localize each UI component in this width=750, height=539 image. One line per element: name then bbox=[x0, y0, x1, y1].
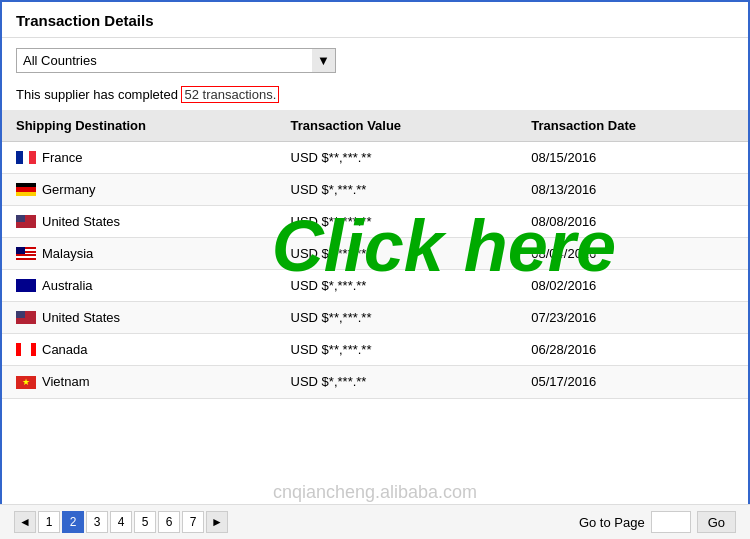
date-cell: 08/15/2016 bbox=[517, 142, 748, 174]
go-to-page-label: Go to Page bbox=[579, 515, 645, 530]
col-header-date: Transaction Date bbox=[517, 110, 748, 142]
date-cell: 06/28/2016 bbox=[517, 334, 748, 366]
country-name: United States bbox=[42, 214, 120, 229]
pagination-bar: ◄ 1 2 3 4 5 6 7 ► Go to Page Go bbox=[0, 504, 750, 539]
flag-canada-icon bbox=[16, 343, 36, 356]
destination-cell: Vietnam bbox=[2, 366, 277, 398]
value-cell: USD $**,***.** bbox=[277, 334, 518, 366]
transaction-count: 52 transactions. bbox=[181, 86, 279, 103]
table-row: VietnamUSD $*,***.**05/17/2016 bbox=[2, 366, 748, 398]
flag-us-icon bbox=[16, 215, 36, 228]
destination-cell: United States bbox=[2, 302, 277, 334]
table-row: FranceUSD $**,***.**08/15/2016 bbox=[2, 142, 748, 174]
date-cell: 08/13/2016 bbox=[517, 174, 748, 206]
table-row: United StatesUSD $**,***.**07/23/2016 bbox=[2, 302, 748, 334]
go-button[interactable]: Go bbox=[697, 511, 736, 533]
col-header-value: Transaction Value bbox=[277, 110, 518, 142]
page-1-button[interactable]: 1 bbox=[38, 511, 60, 533]
transaction-summary: This supplier has completed 52 transacti… bbox=[2, 83, 748, 110]
date-cell: 08/08/2016 bbox=[517, 206, 748, 238]
page-5-button[interactable]: 5 bbox=[134, 511, 156, 533]
flag-germany-icon bbox=[16, 183, 36, 196]
pagination-right: Go to Page Go bbox=[579, 511, 736, 533]
country-name: United States bbox=[42, 310, 120, 325]
destination-cell: United States bbox=[2, 206, 277, 238]
transactions-table: Shipping Destination Transaction Value T… bbox=[2, 110, 748, 399]
transactions-table-container: Click here Shipping Destination Transact… bbox=[2, 110, 748, 399]
flag-malaysia-icon bbox=[16, 247, 36, 260]
page-3-button[interactable]: 3 bbox=[86, 511, 108, 533]
value-cell: USD $*,***.** bbox=[277, 238, 518, 270]
country-select[interactable]: All CountriesFranceGermanyUnited StatesM… bbox=[16, 48, 336, 73]
destination-cell: Malaysia bbox=[2, 238, 277, 270]
table-row: MalaysiaUSD $*,***.**08/04/2016 bbox=[2, 238, 748, 270]
page-4-button[interactable]: 4 bbox=[110, 511, 132, 533]
value-cell: USD $*,***.** bbox=[277, 174, 518, 206]
date-cell: 08/04/2016 bbox=[517, 238, 748, 270]
destination-cell: Canada bbox=[2, 334, 277, 366]
country-name: Vietnam bbox=[42, 374, 89, 389]
date-cell: 08/02/2016 bbox=[517, 270, 748, 302]
value-cell: USD $**,***.** bbox=[277, 302, 518, 334]
table-row: CanadaUSD $**,***.**06/28/2016 bbox=[2, 334, 748, 366]
flag-us-icon bbox=[16, 311, 36, 324]
value-cell: USD $*,***.** bbox=[277, 270, 518, 302]
flag-vietnam-icon bbox=[16, 376, 36, 389]
value-cell: USD $**,***.** bbox=[277, 142, 518, 174]
table-row: United StatesUSD $**,***.**08/08/2016 bbox=[2, 206, 748, 238]
value-cell: USD $**,***.** bbox=[277, 206, 518, 238]
destination-cell: Australia bbox=[2, 270, 277, 302]
flag-france-icon bbox=[16, 151, 36, 164]
destination-cell: France bbox=[2, 142, 277, 174]
date-cell: 05/17/2016 bbox=[517, 366, 748, 398]
next-page-button[interactable]: ► bbox=[206, 511, 228, 533]
flag-australia-icon bbox=[16, 279, 36, 292]
country-name: Malaysia bbox=[42, 246, 93, 261]
country-name: Germany bbox=[42, 182, 95, 197]
page-number-input[interactable] bbox=[651, 511, 691, 533]
country-filter-wrapper: All CountriesFranceGermanyUnited StatesM… bbox=[16, 48, 336, 73]
page-6-button[interactable]: 6 bbox=[158, 511, 180, 533]
page-2-button[interactable]: 2 bbox=[62, 511, 84, 533]
page-7-button[interactable]: 7 bbox=[182, 511, 204, 533]
value-cell: USD $*,***.** bbox=[277, 366, 518, 398]
table-row: AustraliaUSD $*,***.**08/02/2016 bbox=[2, 270, 748, 302]
destination-cell: Germany bbox=[2, 174, 277, 206]
col-header-destination: Shipping Destination bbox=[2, 110, 277, 142]
watermark: cnqiancheng.alibaba.com bbox=[273, 482, 477, 503]
page-title: Transaction Details bbox=[2, 2, 748, 38]
table-row: GermanyUSD $*,***.**08/13/2016 bbox=[2, 174, 748, 206]
pagination-left: ◄ 1 2 3 4 5 6 7 ► bbox=[14, 511, 228, 533]
country-name: France bbox=[42, 150, 82, 165]
country-name: Australia bbox=[42, 278, 93, 293]
country-name: Canada bbox=[42, 342, 88, 357]
date-cell: 07/23/2016 bbox=[517, 302, 748, 334]
prev-page-button[interactable]: ◄ bbox=[14, 511, 36, 533]
